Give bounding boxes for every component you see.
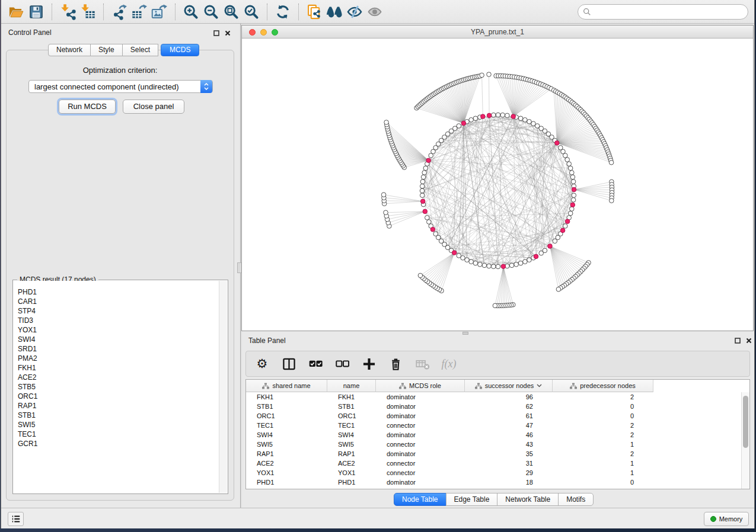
memory-button[interactable]: Memory [704,512,749,526]
add-row-icon [362,357,377,371]
zoom-out-button[interactable] [201,2,221,22]
scrollbar-thumb[interactable] [743,396,748,448]
delete-table-button [414,356,430,371]
show-columns-button[interactable] [281,356,296,371]
list-item[interactable]: SRD1 [18,344,219,354]
hide-selected-button[interactable] [344,2,365,22]
tab-node-table[interactable]: Node Table [394,493,446,506]
run-mcds-button[interactable]: Run MCDS [59,100,116,114]
list-item[interactable]: STP4 [18,306,219,316]
cell-successors: 31 [465,459,553,468]
list-item[interactable]: PHD1 [18,287,219,297]
network-window-title: YPA_prune.txt_1 [242,28,753,36]
list-item[interactable]: CAR1 [18,297,219,306]
tab-network[interactable]: Network [48,44,91,56]
tab-style[interactable]: Style [90,44,123,56]
list-item[interactable]: RAP1 [18,401,219,411]
show-columns-icon [282,357,296,371]
list-item[interactable]: SWI5 [18,420,219,430]
list-item[interactable]: STB5 [18,382,219,392]
tab-edge-table[interactable]: Edge Table [446,493,498,506]
toolbar-separator [103,4,104,20]
list-item[interactable]: PMA2 [18,354,219,363]
list-item[interactable]: TID3 [18,316,219,325]
list-item[interactable]: ORC1 [18,392,219,401]
zoom-in-button[interactable] [181,2,201,22]
cell-predecessors: 2 [553,430,653,440]
column-header-shared-name[interactable]: shared name [246,380,327,392]
cell-shared_name: SWI4 [246,430,327,440]
search-input[interactable] [594,6,748,18]
list-item[interactable]: SWI4 [18,335,219,344]
table-row[interactable]: PHD1PHD1dominator180 [246,477,653,487]
tab-motifs[interactable]: Motifs [558,493,594,506]
mcds-result-list[interactable]: PHD1CAR1STP4TID3YOX1SWI4SRD1PMA2FKH1ACE2… [14,281,219,493]
show-preview-button[interactable] [365,2,385,22]
list-item[interactable]: TEC1 [18,430,219,439]
task-history-button[interactable] [8,512,24,526]
table-row[interactable]: STB1STB1dominator620 [246,402,653,411]
cell-shared_name: ORC1 [246,411,327,421]
tab-mcds[interactable]: MCDS [161,44,199,56]
list-item[interactable]: STB1 [18,411,219,420]
export-table-button[interactable] [129,2,149,22]
settings-gear-button[interactable]: ⚙ [254,356,270,371]
export-table-icon [131,4,148,20]
network-canvas[interactable] [242,39,753,331]
show-preview-icon [366,4,383,20]
tab-network-table[interactable]: Network Table [497,493,559,506]
column-header-successor-nodes[interactable]: successor nodes [465,380,553,392]
zoom-selected-button[interactable] [241,2,261,22]
export-network-button[interactable] [109,2,129,22]
tab-select[interactable]: Select [122,44,158,56]
search-network-icon [326,4,343,20]
column-header-predecessor-nodes[interactable]: predecessor nodes [553,380,653,392]
import-table-button[interactable] [78,2,98,22]
zoom-fit-button[interactable] [221,2,241,22]
search-box[interactable] [578,4,748,20]
float-icon[interactable] [213,30,219,36]
delete-rows-button[interactable] [388,356,403,371]
criterion-select[interactable]: largest connected component (undirected) [28,80,213,93]
add-row-button[interactable] [361,356,377,371]
cell-mcds_role: dominator [376,402,465,411]
close-panel-button[interactable]: Close panel [123,100,184,114]
column-header-name[interactable]: name [327,380,376,392]
import-network-button[interactable] [58,2,78,22]
save-session-button[interactable] [26,2,46,22]
list-item[interactable]: GCR1 [18,439,219,448]
close-icon[interactable] [746,338,752,344]
column-header-MCDS-role[interactable]: MCDS role [376,380,465,392]
table-row[interactable]: SWI4SWI4dominator462 [246,430,653,440]
open-file-button[interactable] [6,2,26,22]
cell-successors: 96 [465,392,553,402]
table-row[interactable]: ORC1ORC1dominator610 [246,411,653,421]
export-image-button[interactable] [149,2,170,22]
status-bar: Memory [1,508,754,528]
select-all-button[interactable] [308,356,323,371]
mcds-list-scrollbar[interactable] [219,281,227,493]
list-item[interactable]: YOX1 [18,325,219,335]
fx-icon: f(x) [442,358,457,370]
table-row[interactable]: YOX1YOX1connector291 [246,468,653,477]
table-scrollbar[interactable] [741,392,749,489]
delete-rows-icon [388,357,403,371]
table-row[interactable]: RAP1RAP1dominator352 [246,449,653,459]
list-item[interactable]: FKH1 [18,363,219,373]
cell-successors: 43 [465,440,553,449]
clone-network-button[interactable] [304,2,324,22]
deselect-all-button[interactable] [334,356,350,371]
float-icon[interactable] [735,338,741,344]
table-row[interactable]: FKH1FKH1dominator962 [246,392,653,402]
network-titlebar[interactable]: YPA_prune.txt_1 [242,25,753,39]
cell-predecessors: 1 [553,440,653,449]
refresh-network-button[interactable] [273,2,293,22]
horizontal-splitter-handle[interactable] [462,332,468,335]
list-item[interactable]: ACE2 [18,373,219,382]
delete-table-icon [415,357,430,371]
search-network-button[interactable] [324,2,344,22]
table-row[interactable]: TEC1TEC1connector472 [246,421,653,430]
table-row[interactable]: SWI5SWI5connector431 [246,440,653,449]
close-icon[interactable] [225,30,231,36]
table-row[interactable]: ACE2ACE2connector311 [246,459,653,468]
